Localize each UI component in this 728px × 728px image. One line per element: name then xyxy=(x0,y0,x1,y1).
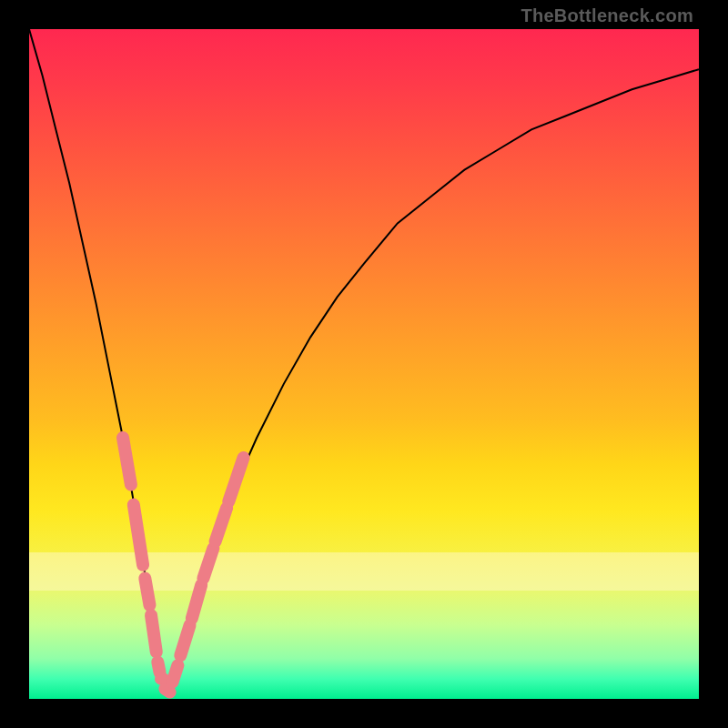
chart-frame: TheBottleneck.com xyxy=(0,0,728,728)
overlay-segment xyxy=(145,579,149,606)
overlay-segment xyxy=(151,615,157,652)
watermark-text: TheBottleneck.com xyxy=(521,5,693,26)
overlay-segment xyxy=(123,438,131,485)
overlay-segment xyxy=(173,665,178,682)
overlay-segment xyxy=(228,458,243,501)
overlay-segment xyxy=(165,689,169,693)
overlay-segment xyxy=(216,508,228,541)
chart-svg xyxy=(29,29,699,699)
overlay-segment xyxy=(157,662,159,672)
bottleneck-curve xyxy=(29,29,699,693)
pale-band xyxy=(29,552,699,591)
overlay-segment xyxy=(180,625,189,655)
chart-gradient-area xyxy=(29,29,699,699)
